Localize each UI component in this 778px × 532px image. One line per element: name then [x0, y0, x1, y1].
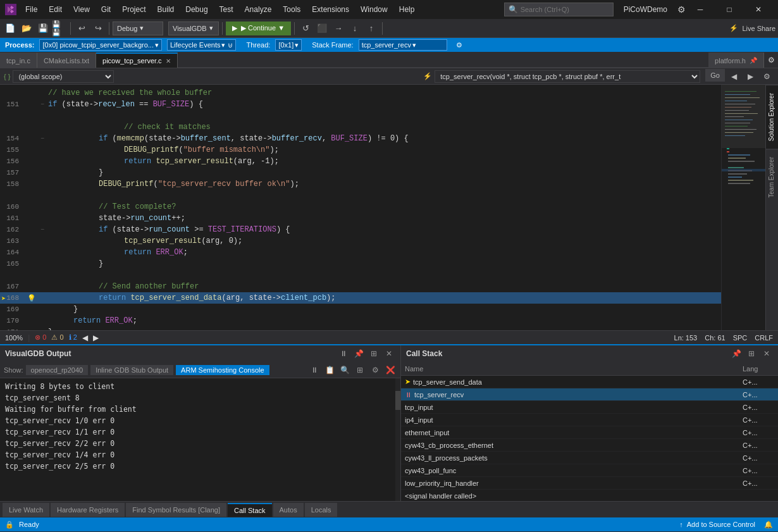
- new-file-btn[interactable]: 📄: [3, 21, 18, 36]
- callstack-row-3[interactable]: ip4_input C+...: [401, 414, 778, 426]
- menu-file[interactable]: File: [20, 4, 42, 15]
- error-indicator[interactable]: ⊗ 0: [35, 333, 46, 342]
- tab-cmakelists[interactable]: CMakeLists.txt: [37, 53, 96, 68]
- debug-config-dropdown[interactable]: Debug ▾: [113, 22, 163, 35]
- tab-hardware-registers[interactable]: Hardware Registers: [51, 503, 125, 517]
- menu-view[interactable]: View: [68, 4, 95, 15]
- cs-float-btn[interactable]: ⊞: [745, 347, 758, 360]
- tab-find-symbol[interactable]: Find Symbol Results [Clang]: [126, 503, 226, 517]
- callstack-row-2[interactable]: tcp_input C+...: [401, 401, 778, 414]
- open-btn[interactable]: 📂: [19, 21, 34, 36]
- search-input[interactable]: [521, 6, 609, 13]
- code-line-current: ➤ 168 💡 return tcp_server_send_data(arg,…: [0, 292, 721, 304]
- output-toolbar-btn3[interactable]: 🔍: [338, 364, 351, 376]
- menu-edit[interactable]: Edit: [44, 4, 67, 15]
- menu-window[interactable]: Window: [355, 4, 393, 15]
- back-nav-btn[interactable]: ◀: [726, 69, 741, 84]
- callstack-row-0[interactable]: ➤ tcp_server_send_data C+...: [401, 376, 778, 388]
- tab-tcp_in[interactable]: tcp_in.c: [0, 53, 37, 68]
- code-editor[interactable]: // have we received the whole buffer 151…: [0, 85, 721, 330]
- callstack-row-7[interactable]: cyw43_poll_func C+...: [401, 464, 778, 477]
- callstack-row-9[interactable]: <signal handler called>: [401, 490, 778, 501]
- tab-picow[interactable]: picow_tcp_server.c ✕: [96, 53, 178, 68]
- function-dropdown[interactable]: tcp_server_recv(void *, struct tcp_pcb *…: [435, 70, 700, 83]
- menu-project[interactable]: Project: [117, 4, 151, 15]
- output-tab-openocd[interactable]: openocd_rp2040: [26, 365, 89, 375]
- scope-dropdown[interactable]: (global scope): [13, 70, 114, 83]
- save-all-btn[interactable]: 💾💾: [52, 21, 67, 36]
- step-out-btn[interactable]: ↑: [364, 21, 379, 36]
- output-close-btn[interactable]: ✕: [383, 347, 395, 360]
- output-float-btn[interactable]: ⊞: [367, 347, 380, 360]
- forward-nav-btn[interactable]: ▶: [743, 69, 758, 84]
- dropdown-arrow2-icon: ▾: [209, 24, 213, 32]
- tab-platform[interactable]: platform.h 📌: [708, 53, 764, 68]
- callstack-row-5[interactable]: cyw43_cb_process_ethernet C+...: [401, 439, 778, 452]
- output-toolbar-btn6[interactable]: ❌: [384, 364, 397, 376]
- solution-explorer-tab[interactable]: Solution Explorer: [766, 85, 778, 149]
- lifecycle-dropdown[interactable]: Lifecycle Events ▾ ⊍: [167, 39, 236, 51]
- tab-call-stack[interactable]: Call Stack: [228, 503, 272, 517]
- menu-build[interactable]: Build: [152, 4, 180, 15]
- menu-help[interactable]: Help: [394, 4, 420, 15]
- menu-extensions[interactable]: Extensions: [307, 4, 354, 15]
- editor-settings-btn[interactable]: ⚙: [759, 69, 774, 84]
- output-pause-btn[interactable]: ⏸: [337, 347, 350, 360]
- menu-analyze[interactable]: Analyze: [240, 4, 277, 15]
- continue-button[interactable]: ▶ ▶ Continue ▼: [226, 22, 291, 35]
- menu-git[interactable]: Git: [96, 4, 116, 15]
- stop-btn[interactable]: ⬛: [314, 21, 330, 36]
- output-toolbar-btn1[interactable]: ⏸: [308, 364, 321, 376]
- warning-indicator[interactable]: ⚠ 0: [51, 333, 63, 342]
- go-button[interactable]: Go: [705, 69, 725, 82]
- tab-autos[interactable]: Autos: [273, 503, 304, 517]
- output-toolbar-btn5[interactable]: ⚙: [369, 364, 381, 376]
- tab-live-watch[interactable]: Live Watch: [3, 503, 49, 517]
- minimize-button[interactable]: ─: [686, 0, 715, 19]
- thread-dropdown[interactable]: [0x1] ▾: [275, 39, 302, 51]
- menu-test[interactable]: Test: [214, 4, 238, 15]
- cs-col-lang-header: Lang: [740, 365, 778, 373]
- source-control-label[interactable]: Add to Source Control: [687, 521, 755, 528]
- team-explorer-tab[interactable]: Team Explorer: [766, 149, 778, 205]
- output-toolbar-btn2[interactable]: 📋: [323, 364, 336, 376]
- svg-rect-30: [722, 169, 765, 171]
- menu-debug[interactable]: Debug: [180, 4, 213, 15]
- callstack-row-8[interactable]: low_priority_irq_handler C+...: [401, 477, 778, 490]
- vs-logo-icon: [5, 4, 16, 15]
- cs-close-btn[interactable]: ✕: [760, 347, 773, 360]
- output-scrollbar[interactable]: [395, 378, 400, 501]
- restart-btn[interactable]: ↺: [298, 21, 313, 36]
- tab-locals[interactable]: Locals: [305, 503, 338, 517]
- nav-forward-btn[interactable]: ▶: [93, 333, 99, 342]
- step-into-btn[interactable]: ↓: [347, 21, 362, 36]
- output-tab-arm[interactable]: ARM Semihosting Console: [176, 365, 269, 375]
- output-pin-btn[interactable]: 📌: [352, 347, 365, 360]
- menu-tools[interactable]: Tools: [278, 4, 306, 15]
- close-button[interactable]: ✕: [744, 0, 773, 19]
- settings-icon[interactable]: ⚙: [677, 4, 686, 15]
- cs-row-name-0: tcp_server_send_data: [413, 378, 482, 386]
- save-btn[interactable]: 💾: [35, 21, 51, 36]
- nav-back-btn[interactable]: ◀: [82, 333, 88, 342]
- output-scroll-thumb[interactable]: [395, 391, 400, 410]
- stack-frame-dropdown[interactable]: tcp_server_recv ▾: [359, 39, 447, 51]
- debug-config-label: Debug: [117, 25, 137, 32]
- redo-btn[interactable]: ↪: [90, 21, 106, 36]
- output-tab-gdb[interactable]: Inline GDB Stub Output: [90, 365, 173, 375]
- undo-btn[interactable]: ↩: [74, 21, 89, 36]
- callstack-row-6[interactable]: cyw43_ll_process_packets C+...: [401, 452, 778, 464]
- cs-pin-btn[interactable]: 📌: [730, 347, 743, 360]
- message-indicator[interactable]: ℹ 2: [69, 333, 77, 342]
- bell-icon[interactable]: 🔔: [764, 521, 773, 529]
- callstack-row-1[interactable]: ⏸ tcp_server_recv C+...: [401, 388, 778, 401]
- callstack-row-4[interactable]: ethernet_input C+...: [401, 426, 778, 439]
- process-dropdown[interactable]: [0x0] picow_tcpip_server_backgro... ▾: [39, 39, 161, 51]
- platform-dropdown[interactable]: VisualGDB ▾: [168, 22, 219, 35]
- live-share-label[interactable]: Live Share: [742, 25, 775, 32]
- step-over-btn[interactable]: →: [331, 21, 346, 36]
- maximize-button[interactable]: □: [715, 0, 744, 19]
- settings2-icon[interactable]: ⚙: [456, 41, 462, 49]
- output-toolbar-btn4[interactable]: ⊞: [354, 364, 366, 376]
- tab-settings-btn[interactable]: ⚙: [764, 53, 778, 68]
